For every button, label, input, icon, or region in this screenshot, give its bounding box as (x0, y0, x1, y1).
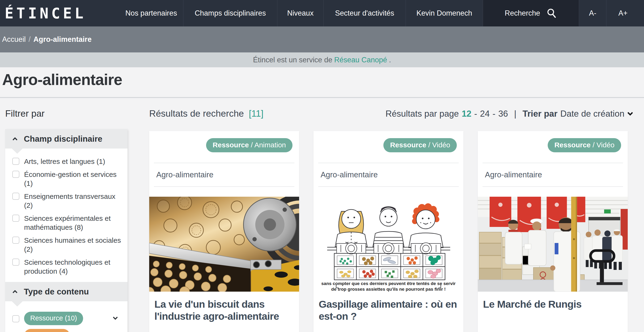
card-category: Agro-alimentaire (478, 163, 628, 186)
results-title-text: Résultats de recherche (149, 108, 244, 118)
nav-item-champs-disciplinaires[interactable]: Champs disciplinaires (184, 0, 278, 26)
sort-dropdown[interactable]: Date de création (560, 109, 632, 119)
filter-option-economie-gestion[interactable]: Économie-gestion et services (1) (12, 170, 122, 188)
content-area: Filtrer par Champ disciplinaire Arts, le… (0, 98, 644, 332)
filter-checkbox[interactable] (12, 258, 19, 266)
dash: - (474, 109, 477, 119)
filter-sidebar: Filtrer par Champ disciplinaire Arts, le… (5, 98, 128, 332)
card-divider (154, 186, 294, 187)
filter-checkbox[interactable] (12, 158, 19, 165)
badge-row: Ressource / Animation (149, 131, 299, 152)
filter-panel: Champ disciplinaire Arts, lettres et lan… (5, 129, 128, 332)
filter-checkbox[interactable] (12, 171, 19, 178)
filter-title: Filtrer par (5, 108, 128, 119)
chevron-up-icon (12, 137, 18, 142)
card-title[interactable]: La vie d'un biscuit dans l'industrie agr… (149, 292, 299, 322)
image-caption-line1: sans compter que ces derniers peuvent êt… (321, 281, 456, 286)
food-waste-illustration-thumbnail[interactable]: sans compter que ces derniers peuvent êt… (314, 197, 464, 292)
filter-checkbox[interactable] (12, 315, 19, 322)
biscuit-factory-thumbnail[interactable] (149, 197, 299, 292)
page-title: Agro-alimentaire (2, 70, 644, 88)
card-divider (482, 186, 623, 187)
per-page-option-12[interactable]: 12 (462, 109, 472, 119)
filter-option-label: Enseignements transversaux (2) (24, 192, 122, 210)
filter-option-label: Sciences humaines et sociales (2) (24, 236, 122, 254)
breadcrumb-separator: / (28, 35, 31, 44)
badge-type: Ressource (390, 141, 426, 149)
nav-item-secteur-activites[interactable]: Secteur d'activités (324, 0, 406, 26)
font-decrease-button[interactable]: A- (579, 0, 606, 26)
sort-value-text: Date de création (560, 109, 624, 119)
nav-item-partenaires[interactable]: Nos partenaires (119, 0, 184, 26)
panel-notch (12, 301, 23, 306)
font-increase-button[interactable]: A+ (606, 0, 640, 26)
search-icon (546, 8, 557, 19)
banner-text: Étincel est un service de (253, 56, 332, 64)
filter-section-champ-disciplinaire[interactable]: Champ disciplinaire (5, 129, 128, 148)
filter-section-label: Champ disciplinaire (24, 134, 102, 144)
type-badge: Ressource / Vidéo (384, 138, 457, 152)
main-menu: Nos partenaires Champs disciplinaires Ni… (119, 0, 644, 26)
ressource-pill[interactable]: Ressource (10) (24, 312, 83, 325)
badge-separator: / (591, 141, 596, 149)
sort-label: Trier par (522, 109, 557, 119)
banner-suffix: . (389, 56, 391, 64)
filter-section-type-panel: Ressource (10) Séance (1) (5, 301, 128, 332)
filter-option-label: Sciences technologiques et production (4… (24, 258, 122, 276)
result-card-gaspillage: Ressource / Vidéo Agro-alimentaire (314, 131, 464, 332)
filter-option-ressource: Ressource (10) (5, 310, 128, 327)
site-logo[interactable]: ÉTINCEL (0, 0, 119, 26)
badge-row: Ressource / Vidéo (314, 131, 464, 152)
rungis-market-thumbnail[interactable] (478, 197, 628, 292)
filter-option-seance: Séance (1) (5, 327, 128, 332)
nav-item-niveaux[interactable]: Niveaux (278, 0, 324, 26)
seance-pill[interactable]: Séance (1) (24, 329, 70, 332)
reseau-canope-link[interactable]: Réseau Canopé (334, 56, 387, 64)
filter-option-sciences-humaines[interactable]: Sciences humaines et sociales (2) (12, 236, 122, 254)
search-label: Recherche (505, 9, 540, 18)
breadcrumb: Accueil / Agro-alimentaire (0, 26, 644, 52)
type-badge: Ressource / Animation (206, 138, 292, 152)
filter-option-enseignements-transversaux[interactable]: Enseignements transversaux (2) (12, 192, 122, 210)
service-banner: Étincel est un service de Réseau Canopé … (0, 52, 644, 67)
results-area: Résultats de recherche [11] Résultats pa… (149, 98, 632, 332)
filter-option-arts-lettres[interactable]: Arts, lettres et langues (1) (12, 157, 122, 166)
filter-option-sciences-experimentales[interactable]: Sciences expérimentales et mathématiques… (12, 214, 122, 232)
results-count: [11] (249, 108, 264, 118)
image-caption-line2: de trop grosses assiettes qu'ils ne pour… (331, 287, 446, 292)
filter-section-champ-panel: Arts, lettres et langues (1) Économie-ge… (5, 148, 128, 282)
chevron-up-icon (12, 290, 18, 295)
card-title[interactable]: Gaspillage alimentaire : où en est-on ? (314, 292, 464, 322)
chevron-down-icon (627, 110, 633, 116)
filter-checkbox[interactable] (12, 193, 19, 200)
filter-option-sciences-technologiques[interactable]: Sciences technologiques et production (4… (12, 258, 122, 276)
chevron-down-icon[interactable] (113, 315, 118, 320)
badge-type: Ressource (554, 141, 590, 149)
filter-section-type-de-contenu[interactable]: Type de contenu (5, 282, 128, 301)
top-navigation: ÉTINCEL Nos partenaires Champs disciplin… (0, 0, 644, 26)
badge-format: Vidéo (596, 141, 614, 149)
filter-option-label: Économie-gestion et services (1) (24, 170, 122, 188)
panel-notch (12, 148, 23, 154)
badge-format: Animation (254, 141, 286, 149)
badge-row: Ressource / Vidéo (478, 131, 628, 152)
result-card-biscuit: Ressource / Animation Agro-alimentaire (149, 131, 299, 332)
results-grid: Ressource / Animation Agro-alimentaire (149, 131, 632, 332)
card-category: Agro-alimentaire (149, 163, 299, 186)
nav-item-user-kevin-domenech[interactable]: Kevin Domenech (406, 0, 483, 26)
filter-option-label: Sciences expérimentales et mathématiques… (24, 214, 122, 232)
type-badge: Ressource / Vidéo (548, 138, 621, 152)
controls-divider: | (514, 109, 516, 119)
filter-checkbox[interactable] (12, 215, 19, 222)
dash: - (492, 109, 495, 119)
results-title: Résultats de recherche [11] (149, 108, 264, 119)
result-card-rungis: Ressource / Vidéo Agro-alimentaire (478, 131, 628, 332)
per-page-option-36[interactable]: 36 (498, 109, 508, 119)
badge-format: Vidéo (432, 141, 450, 149)
filter-checkbox[interactable] (12, 236, 19, 244)
card-title[interactable]: Le Marché de Rungis (478, 292, 628, 310)
per-page-option-24[interactable]: 24 (480, 109, 490, 119)
nav-item-recherche[interactable]: Recherche (483, 0, 579, 26)
badge-type: Ressource (213, 141, 249, 149)
breadcrumb-home-link[interactable]: Accueil (2, 35, 26, 44)
